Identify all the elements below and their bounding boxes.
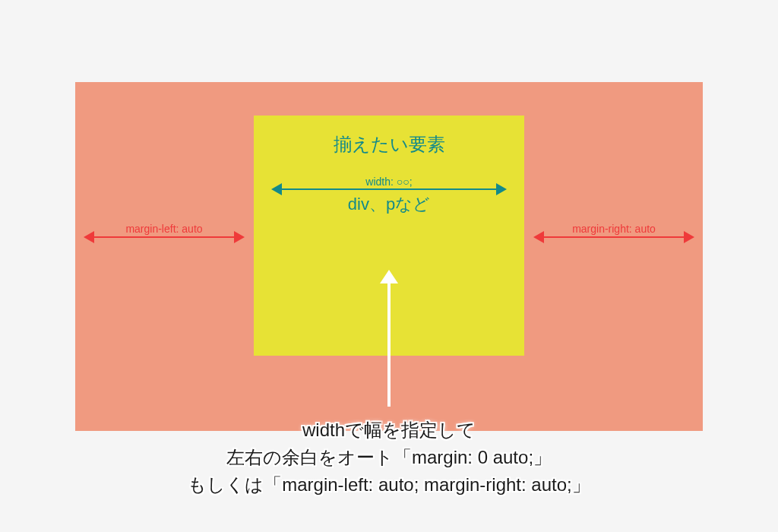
pointer-arrow-icon bbox=[384, 270, 394, 407]
arrow-shaft bbox=[387, 280, 391, 407]
arrow-right-icon bbox=[684, 231, 694, 243]
arrow-right-icon bbox=[496, 183, 507, 195]
diagram-stage: 揃えたい要素 div、pなど width: ○○; margin-left: a… bbox=[0, 0, 778, 532]
caption-line-1: widthで幅を指定して bbox=[0, 416, 778, 444]
margin-left-arrow-icon bbox=[84, 228, 245, 246]
arrow-right-icon bbox=[234, 231, 245, 243]
margin-right-arrow-icon bbox=[533, 228, 694, 246]
width-arrow-icon bbox=[271, 182, 507, 197]
caption-line-3: もしくは「margin-left: auto; margin-right: au… bbox=[0, 471, 778, 499]
arrow-shaft bbox=[93, 236, 236, 238]
child-box-title: 揃えたい要素 bbox=[254, 132, 524, 157]
arrow-shaft bbox=[280, 188, 498, 190]
caption-line-2: 左右の余白をオート「margin: 0 auto;」 bbox=[0, 444, 778, 471]
arrow-shaft bbox=[542, 236, 685, 238]
